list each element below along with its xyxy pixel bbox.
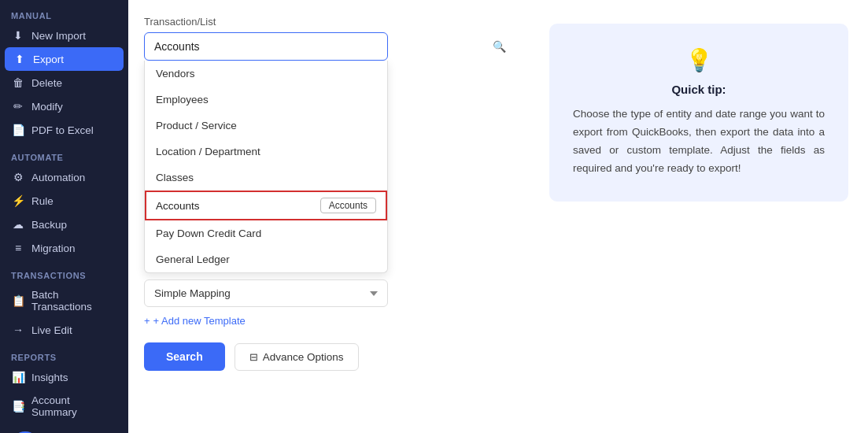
backup-label: Backup	[31, 219, 67, 231]
live-edit-icon: →	[11, 324, 25, 336]
sidebar-item-new-import[interactable]: ⬇New Import	[0, 24, 128, 47]
quick-tip-text: Choose the type of entity and date range…	[573, 105, 825, 178]
dropdown-item-product-service[interactable]: Product / Service	[145, 113, 387, 139]
sidebar-item-batch-transactions[interactable]: 📋Batch Transactions	[0, 283, 128, 318]
sidebar-item-modify[interactable]: ✏Modify	[0, 94, 128, 118]
sidebar-item-export[interactable]: ⬆Export	[5, 47, 124, 71]
plus-icon: +	[144, 315, 150, 327]
pdf-to-excel-label: PDF to Excel	[31, 124, 94, 136]
delete-icon: 🗑	[11, 76, 25, 89]
advance-options-label: Advance Options	[263, 351, 344, 363]
search-button[interactable]: Search	[144, 342, 225, 371]
accounts-badge: Accounts	[320, 198, 376, 213]
dropdown-item-label-product-service: Product / Service	[156, 120, 237, 131]
main-content: Transaction/List 🔍 VendorsEmployeesProdu…	[128, 0, 868, 433]
buttons-row: Search ⊟ Advance Options	[144, 342, 514, 371]
add-template-link[interactable]: + + Add new Template	[144, 315, 514, 327]
insights-icon: 📊	[11, 371, 25, 383]
sidebar-item-pdf-to-excel[interactable]: 📄PDF to Excel	[0, 118, 128, 142]
dropdown-item-pay-down-credit-card[interactable]: Pay Down Credit Card	[145, 220, 387, 246]
advance-options-button[interactable]: ⊟ Advance Options	[235, 343, 359, 371]
export-label: Export	[33, 54, 64, 65]
dropdown-item-classes[interactable]: Classes	[145, 165, 387, 191]
dropdown-item-location-department[interactable]: Location / Department	[145, 139, 387, 165]
dropdown-item-general-ledger[interactable]: General Ledger	[145, 246, 387, 272]
sidebar-item-live-edit[interactable]: →Live Edit	[0, 318, 128, 342]
new-import-icon: ⬇	[11, 29, 25, 42]
sidebar-section-automate: AUTOMATE	[0, 142, 128, 165]
sidebar: MANUAL⬇New Import⬆Export🗑Delete✏Modify📄P…	[0, 0, 128, 433]
dropdown-item-label-employees: Employees	[156, 94, 209, 105]
dropdown-item-accounts[interactable]: AccountsAccounts	[145, 191, 387, 220]
sidebar-section-manual: MANUAL	[0, 0, 128, 24]
automation-label: Automation	[31, 172, 85, 183]
sidebar-item-backup[interactable]: ☁Backup	[0, 213, 128, 236]
sidebar-item-insights[interactable]: 📊Insights	[0, 365, 128, 389]
new-import-label: New Import	[31, 30, 86, 42]
rule-icon: ⚡	[11, 194, 25, 207]
live-edit-label: Live Edit	[31, 324, 72, 336]
template-row: Simple MappingAdvanced Mapping	[144, 279, 388, 307]
left-panel: Transaction/List 🔍 VendorsEmployeesProdu…	[128, 0, 530, 433]
sidebar-item-account-summary[interactable]: 📑Account Summary	[0, 389, 128, 424]
dropdown-item-label-general-ledger: General Ledger	[156, 254, 230, 265]
insights-label: Insights	[31, 372, 68, 383]
dropdown-item-employees[interactable]: Employees	[145, 87, 387, 113]
dropdown-item-label-accounts: Accounts	[156, 200, 200, 212]
sidebar-item-rule[interactable]: ⚡Rule	[0, 189, 128, 213]
account-summary-icon: 📑	[11, 400, 25, 413]
sidebar-item-automation[interactable]: ⚙Automation	[0, 165, 128, 189]
sidebar-section-reports: REPORTS	[0, 342, 128, 365]
account-summary-label: Account Summary	[31, 394, 117, 418]
export-icon: ⬆	[13, 53, 27, 65]
dropdown-item-label-location-department: Location / Department	[156, 146, 260, 157]
search-icon: 🔍	[493, 40, 506, 53]
modify-label: Modify	[31, 101, 63, 113]
dropdown-item-label-vendors: Vendors	[156, 68, 195, 80]
modify-icon: ✏	[11, 100, 25, 113]
right-panel: 💡 Quick tip: Choose the type of entity a…	[530, 0, 868, 433]
dropdown-item-vendors[interactable]: Vendors	[145, 61, 387, 87]
template-select[interactable]: Simple MappingAdvanced Mapping	[144, 279, 388, 307]
migration-icon: ≡	[11, 242, 25, 254]
quick-tip-title: Quick tip:	[573, 83, 825, 96]
add-template-label: + Add new Template	[153, 315, 246, 327]
dropdown-list: VendorsEmployeesProduct / ServiceLocatio…	[144, 61, 388, 273]
sliders-icon: ⊟	[249, 351, 258, 363]
sidebar-item-migration[interactable]: ≡Migration	[0, 236, 128, 260]
batch-transactions-label: Batch Transactions	[31, 289, 117, 313]
automation-icon: ⚙	[11, 171, 25, 183]
rule-label: Rule	[31, 195, 54, 207]
quick-tip-box: 💡 Quick tip: Choose the type of entity a…	[549, 24, 848, 202]
backup-icon: ☁	[11, 218, 25, 231]
dropdown-item-label-classes: Classes	[156, 172, 194, 183]
sidebar-section-transactions: TRANSACTIONS	[0, 260, 128, 283]
batch-transactions-icon: 📋	[11, 294, 25, 307]
migration-label: Migration	[31, 242, 76, 254]
delete-label: Delete	[31, 77, 62, 89]
lightbulb-icon: 💡	[573, 47, 825, 73]
dropdown-item-label-pay-down-credit-card: Pay Down Credit Card	[156, 228, 261, 239]
pdf-to-excel-icon: 📄	[11, 124, 25, 136]
transaction-list-input[interactable]	[144, 32, 388, 61]
field-label: Transaction/List	[144, 16, 514, 28]
sidebar-item-delete[interactable]: 🗑Delete	[0, 71, 128, 94]
search-wrapper: 🔍	[144, 32, 514, 61]
